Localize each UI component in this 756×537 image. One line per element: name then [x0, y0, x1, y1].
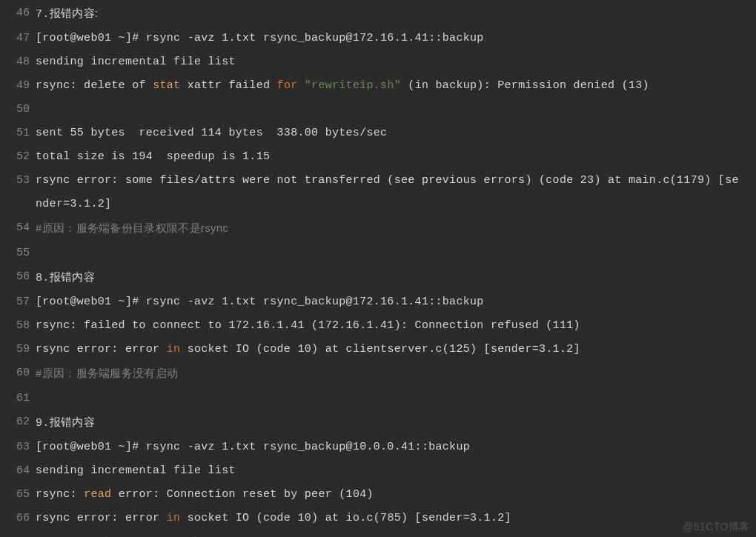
line-content: rsync error: error in socket IO (code 10…	[36, 338, 756, 361]
line-content: rsync: failed to connect to 172.16.1.41 …	[36, 314, 756, 338]
line-number: 58	[0, 314, 36, 338]
line-number: 61	[0, 387, 36, 410]
line-content: rsync error: error in socket IO (code 10…	[36, 507, 756, 530]
token: 报错内容	[50, 270, 95, 283]
token: 8.	[36, 272, 50, 284]
token: #原因：服务端服务没有启动	[36, 367, 178, 379]
code-line: 61	[0, 387, 756, 410]
token: 7.	[36, 8, 50, 21]
line-number: 67	[0, 530, 36, 537]
token: sending incremental file list	[36, 56, 236, 68]
code-line: 50	[0, 98, 756, 121]
code-line: 629.报错内容	[0, 410, 756, 436]
token: socket IO (code 10) at clientserver.c(12…	[180, 343, 580, 356]
line-number: 53	[0, 169, 36, 193]
token: in	[167, 512, 181, 524]
token: (in backup): Permission denied (13)	[401, 79, 649, 92]
code-line: 568.报错内容	[0, 265, 756, 290]
line-content: 7.报错内容:	[36, 1, 756, 27]
line-content: total size is 194 speedup is 1.15	[36, 145, 756, 169]
line-number: 65	[0, 483, 36, 507]
token: in	[167, 343, 181, 356]
line-content	[36, 98, 756, 121]
line-content	[36, 241, 756, 265]
line-number: 55	[0, 241, 36, 265]
line-number: 63	[0, 436, 36, 459]
code-line: 63[root@web01 ~]# rsync -avz 1.txt rsync…	[0, 436, 756, 459]
token: stat	[153, 79, 180, 92]
line-number: 52	[0, 145, 36, 169]
line-number: 48	[0, 50, 36, 74]
code-line: 55	[0, 241, 756, 265]
code-line: 64sending incremental file list	[0, 459, 756, 483]
token: xattr failed	[180, 79, 276, 92]
line-content: rsync error: some files/attrs were not t…	[36, 169, 756, 216]
line-content: sending incremental file list	[36, 50, 756, 74]
token: "rewriteip.sh"	[305, 79, 401, 92]
line-number: 57	[0, 290, 36, 314]
line-content: [root@web01 ~]# rsync -avz 1.txt rsync_b…	[36, 436, 756, 459]
code-line: 60#原因：服务端服务没有启动	[0, 361, 756, 387]
token: read	[84, 488, 111, 501]
token: rsync: delete of	[36, 79, 153, 92]
token: 报错内容	[50, 416, 95, 428]
line-number: 66	[0, 507, 36, 530]
token: sent 55 bytes received 114 bytes 338.00 …	[36, 127, 387, 139]
line-content: #原因：服务端配置错误，导致启动问题	[36, 530, 756, 537]
token	[297, 79, 304, 92]
line-number: 62	[0, 410, 36, 434]
line-number: 47	[0, 27, 36, 50]
line-content: rsync: read error: Connection reset by p…	[36, 483, 756, 507]
line-number: 56	[0, 265, 36, 289]
token: sending incremental file list	[36, 464, 236, 477]
token: rsync: failed to connect to 172.16.1.41 …	[36, 319, 580, 332]
token: [root@web01 ~]# rsync -avz 1.txt rsync_b…	[36, 441, 470, 453]
line-number: 49	[0, 74, 36, 98]
code-line: 59rsync error: error in socket IO (code …	[0, 338, 756, 361]
code-line: 67#原因：服务端配置错误，导致启动问题	[0, 530, 756, 537]
line-content: rsync: delete of stat xattr failed for "…	[36, 74, 756, 98]
line-number: 54	[0, 216, 36, 240]
code-line: 47[root@web01 ~]# rsync -avz 1.txt rsync…	[0, 27, 756, 50]
token: socket IO (code 10) at io.c(785) [sender…	[180, 512, 511, 524]
line-content: #原因：服务端备份目录权限不是rsync	[36, 216, 756, 241]
line-content: sent 55 bytes received 114 bytes 338.00 …	[36, 121, 756, 145]
code-line: 57[root@web01 ~]# rsync -avz 1.txt rsync…	[0, 290, 756, 314]
line-content: 8.报错内容	[36, 265, 756, 290]
line-number: 46	[0, 1, 36, 25]
code-editor: 467.报错内容:47[root@web01 ~]# rsync -avz 1.…	[0, 0, 756, 537]
line-number: 60	[0, 361, 36, 385]
line-number: 51	[0, 121, 36, 145]
token: #原因：服务端备份目录权限不是rsync	[36, 221, 228, 234]
token: 9.	[36, 417, 50, 430]
code-line: 49rsync: delete of stat xattr failed for…	[0, 74, 756, 98]
line-content: #原因：服务端服务没有启动	[36, 361, 756, 387]
token: [root@web01 ~]# rsync -avz 1.txt rsync_b…	[36, 296, 484, 308]
line-content: sending incremental file list	[36, 459, 756, 483]
line-number: 59	[0, 338, 36, 361]
token: total size is 194 speedup is 1.15	[36, 150, 270, 163]
token: rsync:	[36, 488, 84, 501]
line-content	[36, 387, 756, 410]
code-line: 51sent 55 bytes received 114 bytes 338.0…	[0, 121, 756, 145]
line-content: [root@web01 ~]# rsync -avz 1.txt rsync_b…	[36, 290, 756, 314]
code-line: 48sending incremental file list	[0, 50, 756, 74]
code-line: 52total size is 194 speedup is 1.15	[0, 145, 756, 169]
token: rsync error: some files/attrs were not t…	[36, 174, 739, 210]
code-line: 53rsync error: some files/attrs were not…	[0, 169, 756, 216]
token: rsync error: error	[36, 512, 167, 524]
code-line: 467.报错内容:	[0, 1, 756, 27]
line-number: 64	[0, 459, 36, 483]
code-line: 66rsync error: error in socket IO (code …	[0, 507, 756, 530]
token: 报错内容:	[50, 7, 99, 19]
token: [root@web01 ~]# rsync -avz 1.txt rsync_b…	[36, 32, 484, 44]
token: rsync error: error	[36, 343, 167, 356]
line-content: 9.报错内容	[36, 410, 756, 436]
line-content: [root@web01 ~]# rsync -avz 1.txt rsync_b…	[36, 27, 756, 50]
token: for	[277, 79, 298, 92]
code-line: 58rsync: failed to connect to 172.16.1.4…	[0, 314, 756, 338]
line-number: 50	[0, 98, 36, 121]
code-line: 65rsync: read error: Connection reset by…	[0, 483, 756, 507]
code-line: 54#原因：服务端备份目录权限不是rsync	[0, 216, 756, 241]
watermark-text: @51CTO博客	[683, 521, 750, 534]
